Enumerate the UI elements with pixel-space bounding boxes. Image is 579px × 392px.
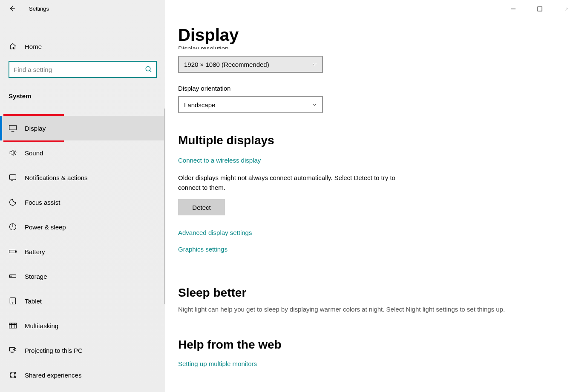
help-link-multiple-monitors[interactable]: Setting up multiple monitors [178, 360, 257, 367]
power-icon [9, 223, 17, 231]
sidebar-section-title: System [0, 92, 165, 100]
svg-point-12 [10, 372, 11, 373]
svg-rect-5 [16, 251, 17, 252]
shared-experiences-icon [9, 371, 17, 379]
svg-rect-1 [9, 125, 17, 130]
sidebar-item-label: Shared experiences [25, 372, 81, 379]
sidebar-item-label: Notifications & actions [25, 174, 88, 181]
chevron-down-icon [311, 61, 318, 68]
orientation-value: Landscape [184, 101, 215, 109]
sidebar-home[interactable]: Home [0, 36, 165, 57]
sidebar-item-multitasking[interactable]: Multitasking [0, 313, 165, 338]
resolution-value: 1920 × 1080 (Recommended) [184, 61, 269, 68]
sidebar-item-label: Tablet [25, 298, 42, 305]
search-icon [145, 66, 153, 73]
detect-hint-text: Older displays might not always connect … [178, 173, 408, 192]
graphics-settings-link[interactable]: Graphics settings [178, 246, 228, 253]
sidebar-item-label: Sound [25, 149, 43, 157]
svg-point-9 [12, 303, 13, 303]
battery-icon [9, 247, 17, 256]
sleep-better-body: Night light can help you get to sleep by… [178, 305, 562, 314]
focus-assist-icon [9, 198, 17, 206]
tablet-icon [9, 297, 17, 305]
sidebar-item-label: Projecting to this PC [25, 347, 83, 354]
sidebar-item-sound[interactable]: Sound [0, 140, 165, 165]
display-icon [9, 124, 17, 132]
sidebar-item-storage[interactable]: Storage [0, 264, 165, 289]
svg-rect-10 [9, 323, 17, 328]
multitasking-icon [9, 321, 17, 330]
sleep-better-heading: Sleep better [178, 286, 566, 300]
sidebar: Settings Home System Display Sound [0, 0, 165, 392]
resolution-select[interactable]: 1920 × 1080 (Recommended) [178, 56, 323, 73]
main-content: Display Display resolution 1920 × 1080 (… [165, 0, 579, 392]
sidebar-item-label: Power & sleep [25, 223, 66, 231]
storage-icon [9, 272, 17, 280]
sidebar-item-notifications[interactable]: Notifications & actions [0, 165, 165, 190]
sidebar-item-shared-experiences[interactable]: Shared experiences [0, 363, 165, 387]
sidebar-item-label: Multitasking [25, 322, 58, 329]
sidebar-item-focus-assist[interactable]: Focus assist [0, 190, 165, 215]
sidebar-header: Settings [0, 0, 165, 17]
resolution-label-clipped: Display resolution [178, 45, 566, 49]
svg-rect-4 [9, 250, 15, 253]
svg-point-7 [11, 276, 12, 277]
multiple-displays-heading: Multiple displays [178, 134, 566, 147]
projecting-icon [9, 346, 17, 355]
svg-rect-16 [538, 7, 542, 11]
window-controls [505, 3, 575, 15]
sidebar-item-label: Storage [25, 273, 47, 280]
home-icon [9, 43, 17, 50]
search-box[interactable] [9, 61, 157, 78]
window-title: Settings [29, 6, 49, 12]
sidebar-item-projecting[interactable]: Projecting to this PC [0, 338, 165, 363]
svg-point-13 [14, 372, 15, 373]
notifications-icon [9, 173, 17, 182]
search-input[interactable] [14, 66, 145, 73]
svg-point-15 [14, 376, 15, 378]
svg-point-0 [146, 66, 150, 71]
advanced-display-settings-link[interactable]: Advanced display settings [178, 229, 252, 236]
chevron-down-icon [311, 101, 318, 108]
page-title: Display [178, 26, 566, 45]
forward-button[interactable] [558, 3, 575, 15]
sound-icon [9, 149, 17, 157]
sidebar-item-battery[interactable]: Battery [0, 239, 165, 264]
sidebar-item-tablet[interactable]: Tablet [0, 289, 165, 313]
sidebar-item-label: Focus assist [25, 199, 60, 206]
sidebar-item-label: Display [25, 125, 46, 132]
detect-button[interactable]: Detect [178, 199, 225, 215]
orientation-select[interactable]: Landscape [178, 96, 323, 113]
minimize-button[interactable] [505, 3, 522, 15]
connect-wireless-display-link[interactable]: Connect to a wireless display [178, 157, 261, 164]
maximize-button[interactable] [531, 3, 548, 15]
sidebar-categories: Display Sound Notifications & actions Fo… [0, 116, 165, 387]
svg-rect-2 [10, 175, 16, 180]
sidebar-home-label: Home [25, 43, 42, 50]
sidebar-item-display[interactable]: Display [0, 116, 165, 140]
sidebar-item-power-sleep[interactable]: Power & sleep [0, 215, 165, 239]
sidebar-item-label: Battery [25, 248, 45, 255]
help-from-web-heading: Help from the web [178, 338, 566, 352]
orientation-label: Display orientation [178, 85, 566, 92]
back-arrow-icon[interactable] [8, 4, 16, 13]
svg-point-14 [10, 376, 11, 378]
